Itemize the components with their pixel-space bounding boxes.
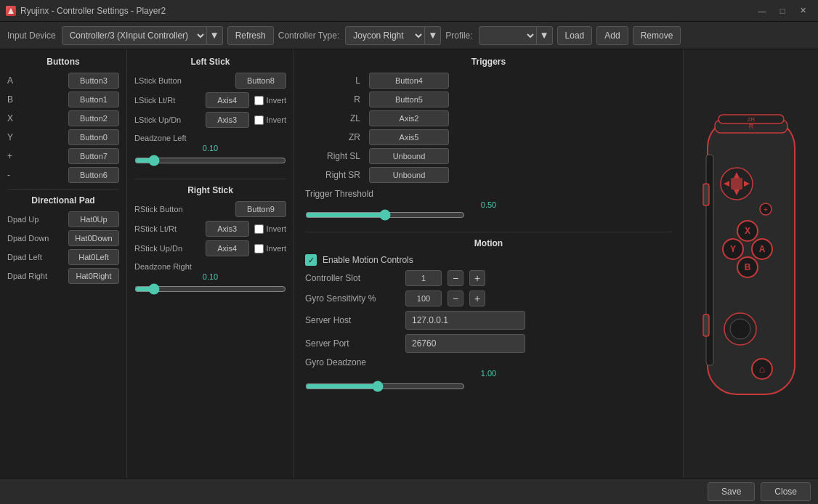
gyro-sensitivity-row: Gyro Sensitivity % − + <box>305 290 672 306</box>
titlebar: Ryujinx - Controller Settings - Player2 … <box>0 0 818 22</box>
server-host-input[interactable] <box>405 311 525 330</box>
btn-label-b: B <box>7 94 22 105</box>
trigger-r-mapping[interactable]: Button5 <box>369 92 449 107</box>
rstick-ltrt-invert-checkbox[interactable] <box>254 224 264 234</box>
input-device-dropdown-btn[interactable]: ▼ <box>207 26 223 45</box>
gyro-deadzone-slider[interactable] <box>305 381 465 392</box>
add-button[interactable]: Add <box>596 26 628 45</box>
close-window-button[interactable]: ✕ <box>793 4 812 18</box>
remove-button[interactable]: Remove <box>633 26 681 45</box>
trigger-zl-mapping[interactable]: Axis2 <box>369 110 449 126</box>
svg-text:⌂: ⌂ <box>758 363 764 375</box>
rstick-ltrt-invert: Invert <box>254 224 286 234</box>
refresh-button[interactable]: Refresh <box>227 26 274 45</box>
save-button[interactable]: Save <box>708 482 755 501</box>
rstick-ltrt-mapping[interactable]: Axis3 <box>206 221 249 237</box>
trigger-right-sl-mapping[interactable]: Unbound <box>369 148 449 164</box>
rstick-updn-row: RStick Up/Dn Axis4 Invert <box>134 240 286 256</box>
svg-text:Y: Y <box>729 244 735 254</box>
dpad-label-up: Dpad Up <box>7 215 54 224</box>
controller-slot-input[interactable] <box>405 270 442 286</box>
dpad-mapping-down[interactable]: Hat0Down <box>68 230 119 246</box>
left-stick-section: LStick Button Button8 LStick Lt/Rt Axis4… <box>134 73 286 168</box>
svg-rect-6 <box>731 178 742 190</box>
btn-row-minus: - Button6 <box>7 167 119 183</box>
dpad-mapping-up[interactable]: Hat0Up <box>68 211 119 227</box>
trigger-r-label: R <box>305 94 363 105</box>
btn-row-y: Y Button0 <box>7 129 119 145</box>
input-device-select[interactable]: Controller/3 (XInput Controller) <box>62 26 207 45</box>
profile-combo: ▼ <box>479 26 553 45</box>
btn-mapping-b[interactable]: Button1 <box>68 92 119 107</box>
left-deadzone-slider[interactable] <box>134 155 286 166</box>
gyro-sensitivity-decrease[interactable]: − <box>448 290 463 306</box>
btn-label-a: A <box>7 76 22 86</box>
controller-type-select[interactable]: Joycon Right <box>345 26 425 45</box>
server-port-label: Server Port <box>305 338 400 349</box>
rstick-updn-invert: Invert <box>254 244 286 253</box>
lstick-updn-invert-checkbox[interactable] <box>254 115 264 125</box>
window-controls: ― □ ✕ <box>753 4 812 18</box>
triggers-title: Triggers <box>305 57 672 67</box>
divider-1 <box>7 189 119 190</box>
btn-row-b: B Button1 <box>7 92 119 107</box>
trigger-right-sl-label: Right SL <box>305 151 363 161</box>
enable-motion-row: Enable Motion Controls <box>305 254 672 266</box>
controller-type-dropdown-btn[interactable]: ▼ <box>425 26 441 45</box>
trigger-right-sr-mapping[interactable]: Unbound <box>369 167 449 183</box>
trigger-zr-mapping[interactable]: Axis5 <box>369 129 449 145</box>
btn-mapping-minus[interactable]: Button6 <box>68 167 119 183</box>
rstick-button-mapping[interactable]: Button9 <box>235 201 286 217</box>
lstick-updn-mapping[interactable]: Axis3 <box>206 112 249 128</box>
rstick-updn-mapping[interactable]: Axis4 <box>206 240 249 256</box>
svg-rect-1 <box>708 118 795 394</box>
btn-mapping-x[interactable]: Button2 <box>68 110 119 126</box>
gyro-sensitivity-input[interactable] <box>405 290 442 306</box>
btn-row-x: X Button2 <box>7 110 119 126</box>
profile-select[interactable] <box>479 26 537 45</box>
rstick-ltrt-invert-label: Invert <box>266 224 286 233</box>
minimize-button[interactable]: ― <box>753 4 772 18</box>
btn-mapping-plus[interactable]: Button7 <box>68 148 119 164</box>
server-port-input[interactable] <box>405 334 525 353</box>
controller-slot-decrease[interactable]: − <box>448 270 463 286</box>
profile-dropdown-btn[interactable]: ▼ <box>537 26 553 45</box>
lstick-updn-invert-label: Invert <box>266 115 286 124</box>
lstick-ltrt-row: LStick Lt/Rt Axis4 Invert <box>134 92 286 108</box>
dpad-mapping-left[interactable]: Hat0Left <box>68 249 119 265</box>
right-deadzone-value: 0.10 <box>134 272 286 281</box>
dpad-row-left: Dpad Left Hat0Left <box>7 249 119 265</box>
maximize-button[interactable]: □ <box>773 4 792 18</box>
threshold-slider[interactable] <box>305 209 465 221</box>
lstick-ltrt-mapping[interactable]: Axis4 <box>206 92 249 108</box>
trigger-l-mapping[interactable]: Button4 <box>369 73 449 89</box>
right-deadzone-slider[interactable] <box>134 283 286 295</box>
left-deadzone-section: Deadzone Left 0.10 <box>134 134 286 168</box>
trigger-l-label: L <box>305 76 363 86</box>
motion-title: Motion <box>305 238 672 248</box>
btn-mapping-a[interactable]: Button3 <box>68 73 119 89</box>
gyro-deadzone-section: Gyro Deadzone 1.00 <box>305 357 672 394</box>
load-button[interactable]: Load <box>557 26 593 45</box>
btn-mapping-y[interactable]: Button0 <box>68 129 119 145</box>
controller-slot-increase[interactable]: + <box>469 270 485 286</box>
left-panel: Buttons A Button3 B Button1 X Button2 Y … <box>0 49 127 478</box>
rstick-ltrt-row: RStick Lt/Rt Axis3 Invert <box>134 221 286 237</box>
dpad-label-down: Dpad Down <box>7 234 54 243</box>
dpad-mapping-right[interactable]: Hat0Right <box>68 268 119 284</box>
rstick-updn-invert-label: Invert <box>266 244 286 253</box>
gyro-sensitivity-increase[interactable]: + <box>469 290 485 306</box>
enable-motion-checkbox[interactable] <box>305 254 317 266</box>
close-button[interactable]: Close <box>761 482 811 501</box>
lstick-ltrt-invert-checkbox[interactable] <box>254 96 264 105</box>
threshold-label: Trigger Threshold <box>305 189 672 199</box>
rstick-button-row: RStick Button Button9 <box>134 201 286 217</box>
controller-type-combo: Joycon Right ▼ <box>345 26 441 45</box>
lstick-button-mapping[interactable]: Button8 <box>235 73 286 89</box>
input-device-combo: Controller/3 (XInput Controller) ▼ <box>62 26 223 45</box>
lstick-updn-label: LStick Up/Dn <box>134 115 200 124</box>
buttons-title: Buttons <box>7 57 119 67</box>
rstick-updn-invert-checkbox[interactable] <box>254 244 264 253</box>
joycon-diagram: A B X Y + ⌂ R ZR <box>693 111 809 416</box>
dpad-label-left: Dpad Left <box>7 253 54 261</box>
